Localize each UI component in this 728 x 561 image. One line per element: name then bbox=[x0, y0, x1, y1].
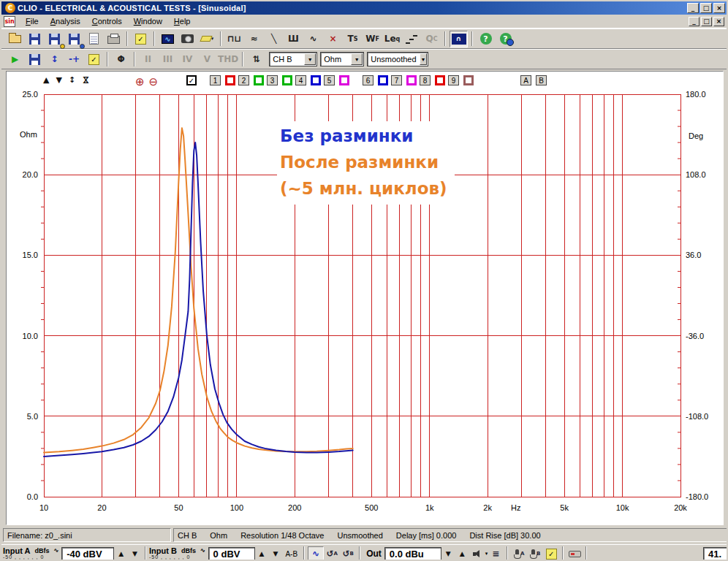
menu-help[interactable]: Help bbox=[168, 15, 197, 27]
qc-icon[interactable]: QC bbox=[422, 31, 441, 47]
input-b-up-button[interactable]: ▲ bbox=[255, 550, 269, 557]
mls-analysis-icon[interactable]: ⊓⊔ bbox=[225, 31, 243, 47]
active-window-icon[interactable]: ∩ bbox=[450, 31, 468, 47]
input-a-unit: dBfs bbox=[34, 547, 49, 554]
out-down-button[interactable]: ▼ bbox=[441, 550, 455, 557]
options-icon[interactable]: ✓ bbox=[132, 31, 150, 47]
calibration-icon[interactable]: -+ bbox=[65, 51, 83, 68]
context-help-icon[interactable]: ? bbox=[496, 31, 515, 47]
marker-checkbox[interactable]: ✓ bbox=[186, 75, 197, 85]
curve-slot-7: 7 bbox=[391, 75, 417, 85]
zoom-out-icon[interactable]: ⊖ bbox=[149, 75, 159, 88]
save-icon[interactable] bbox=[26, 31, 44, 47]
close-button[interactable]: × bbox=[713, 3, 725, 13]
sinusoidal-analysis-icon[interactable]: ∿ bbox=[304, 31, 322, 47]
curve-8-button[interactable]: 8 bbox=[420, 75, 431, 85]
export-icon[interactable] bbox=[65, 31, 83, 47]
curve-9-color-checkbox[interactable] bbox=[463, 75, 474, 85]
movie-icon[interactable]: ∿ bbox=[159, 31, 177, 47]
snapshot-icon[interactable] bbox=[178, 31, 197, 47]
curve-2-color-checkbox[interactable] bbox=[254, 75, 264, 85]
child-restore-button[interactable]: □ bbox=[701, 17, 712, 26]
curve-3-button[interactable]: 3 bbox=[267, 75, 278, 85]
expand-scale-icon[interactable]: ↕ bbox=[69, 75, 75, 85]
y-right-axis-label: Deg bbox=[689, 131, 703, 140]
y-right-tick-label: -36.0 bbox=[686, 332, 704, 340]
curve-4-button[interactable]: 4 bbox=[295, 75, 306, 85]
harmonic-3-icon[interactable]: III bbox=[159, 51, 177, 68]
erase-icon[interactable]: ▾ bbox=[198, 31, 216, 47]
menu-analysis[interactable]: Analysis bbox=[45, 15, 86, 27]
overlay-a-button[interactable]: A bbox=[520, 75, 531, 85]
overlay-b-button[interactable]: B bbox=[536, 75, 547, 85]
maximize-button[interactable]: □ bbox=[700, 3, 712, 13]
curve-5-color-checkbox[interactable] bbox=[339, 75, 349, 85]
minimize-button[interactable]: _ bbox=[687, 3, 699, 13]
compress-scale-icon[interactable]: ⋈ bbox=[82, 75, 90, 85]
chevron-down-icon[interactable]: ▼ bbox=[304, 53, 316, 65]
device-meter-icon[interactable] bbox=[566, 546, 583, 561]
channel-select[interactable]: CH B ▼ bbox=[269, 52, 317, 66]
curve-4-color-checkbox[interactable] bbox=[311, 75, 321, 85]
input-a-down-button[interactable]: ▼ bbox=[128, 550, 142, 557]
speaker-icon[interactable] bbox=[469, 546, 485, 561]
harmonic-2-icon[interactable]: II bbox=[139, 51, 157, 68]
menu-window[interactable]: Window bbox=[128, 15, 168, 27]
print-icon[interactable] bbox=[105, 31, 123, 47]
input-a-up-button[interactable]: ▲ bbox=[114, 550, 128, 557]
save-as-icon[interactable] bbox=[45, 31, 64, 47]
phase-icon[interactable]: Φ bbox=[112, 51, 130, 68]
harmonic-4-icon[interactable]: IV bbox=[178, 51, 197, 68]
child-close-button[interactable]: × bbox=[713, 17, 724, 26]
loop-b-button[interactable]: ↺B bbox=[340, 546, 356, 561]
unit-select[interactable]: Ohm ▼ bbox=[320, 52, 364, 66]
shift-up-icon[interactable]: ▲ bbox=[43, 75, 49, 85]
open-icon[interactable] bbox=[6, 31, 24, 47]
stop-analysis-icon[interactable]: × bbox=[324, 31, 342, 47]
harmonic-5-icon[interactable]: V bbox=[198, 51, 216, 68]
chevron-down-icon[interactable]: ▼ bbox=[420, 53, 428, 65]
curve-7-button[interactable]: 7 bbox=[391, 75, 402, 85]
decay-analysis-icon[interactable]: ╲ bbox=[265, 31, 283, 47]
ab-link-label[interactable]: A-B bbox=[285, 550, 297, 558]
noise-analysis-icon[interactable]: ≈ bbox=[245, 31, 263, 47]
help-icon[interactable]: ? bbox=[477, 31, 495, 47]
page-setup-icon[interactable] bbox=[85, 31, 103, 47]
rta-analysis-icon[interactable]: Ш bbox=[284, 31, 303, 47]
zoom-in-icon[interactable]: ⊕ bbox=[135, 75, 145, 88]
generator-wave-button[interactable]: ∿ bbox=[308, 546, 324, 561]
thd-icon[interactable]: THD bbox=[218, 51, 238, 68]
curve-6-color-checkbox[interactable] bbox=[378, 75, 388, 85]
smoothing-select[interactable]: Unsmoothed ▼ bbox=[367, 52, 428, 66]
run-button[interactable]: ▶ bbox=[6, 51, 24, 68]
leq-analysis-icon[interactable]: Leq bbox=[383, 31, 401, 47]
child-minimize-button[interactable]: _ bbox=[689, 17, 699, 26]
io-settings-icon[interactable]: ✓ bbox=[543, 546, 559, 561]
menu-controls[interactable]: Controls bbox=[86, 15, 128, 27]
steps-icon[interactable] bbox=[403, 31, 421, 47]
waterfall-icon[interactable]: WF bbox=[363, 31, 382, 47]
curve-7-color-checkbox[interactable] bbox=[406, 75, 417, 85]
loop-a-button[interactable]: ↺A bbox=[324, 546, 340, 561]
mic-a-icon[interactable]: A bbox=[511, 546, 527, 561]
chevron-down-icon[interactable]: ▼ bbox=[351, 53, 363, 65]
curve-1-button[interactable]: 1 bbox=[210, 75, 221, 85]
curve-8-color-checkbox[interactable] bbox=[435, 75, 445, 85]
curve-3-color-checkbox[interactable] bbox=[282, 75, 292, 85]
dc-lines-icon[interactable]: ≡ bbox=[488, 546, 504, 561]
curve-9-button[interactable]: 9 bbox=[448, 75, 459, 85]
mic-b-icon[interactable]: B bbox=[527, 546, 543, 561]
out-up-button[interactable]: ▲ bbox=[455, 550, 469, 557]
thiele-small-icon[interactable]: TS bbox=[344, 31, 362, 47]
shift-down-icon[interactable]: ▼ bbox=[56, 75, 61, 85]
save-measure-icon[interactable] bbox=[26, 51, 44, 68]
settings-icon[interactable]: ✓ bbox=[85, 51, 103, 68]
scale-adjust-icon[interactable]: ⇅ bbox=[247, 51, 265, 68]
curve-2-button[interactable]: 2 bbox=[238, 75, 249, 85]
menu-file[interactable]: File bbox=[20, 15, 45, 27]
input-b-down-button[interactable]: ▼ bbox=[269, 550, 283, 557]
autoscale-icon[interactable]: ↕ bbox=[45, 51, 64, 68]
curve-5-button[interactable]: 5 bbox=[324, 75, 335, 85]
curve-1-color-checkbox[interactable] bbox=[225, 75, 235, 85]
curve-6-button[interactable]: 6 bbox=[363, 75, 374, 85]
